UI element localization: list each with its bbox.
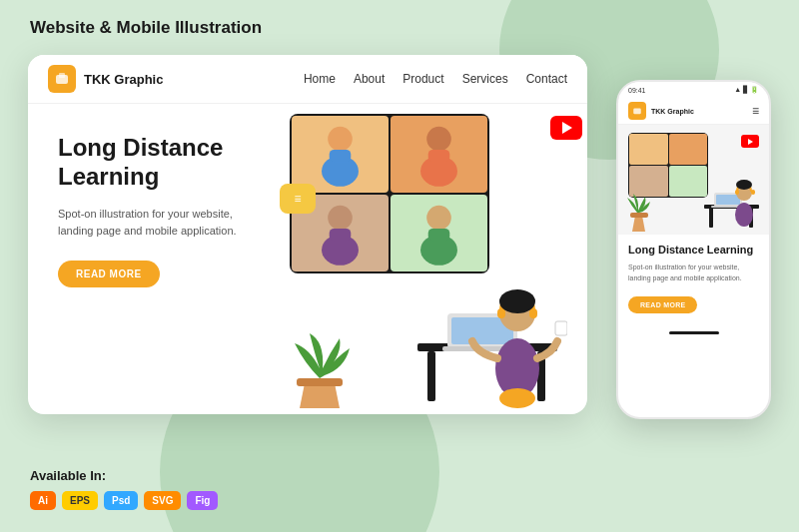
nav-contact[interactable]: Contact <box>526 72 567 86</box>
svg-point-24 <box>499 289 535 313</box>
svg-point-2 <box>328 127 353 152</box>
mobile-content: Long Distance Learning Spot-on illustrat… <box>618 235 769 321</box>
read-more-button[interactable]: READ MORE <box>58 261 160 287</box>
svg-point-39 <box>736 180 752 190</box>
mobile-video-grid <box>628 133 708 198</box>
mobile-mockup: 09:41 ▲ ▊ 🔋 TKK Graphic ≡ <box>616 80 771 419</box>
nav-about[interactable]: About <box>354 72 385 86</box>
svg-rect-23 <box>529 308 537 318</box>
svg-rect-30 <box>709 208 713 228</box>
svg-point-5 <box>426 127 451 152</box>
badge-svg[interactable]: SVG <box>144 491 181 510</box>
mobile-illustration-area <box>618 125 769 235</box>
svg-point-35 <box>735 203 753 227</box>
svg-rect-22 <box>497 308 505 318</box>
svg-rect-7 <box>428 150 450 162</box>
badge-fig[interactable]: Fig <box>187 491 218 510</box>
logo-icon <box>48 65 76 93</box>
svg-rect-40 <box>630 213 648 218</box>
available-section: Available In: Ai EPS Psd SVG Fig <box>30 468 218 510</box>
video-cell-2 <box>391 116 487 193</box>
mobile-status-bar: 09:41 ▲ ▊ 🔋 <box>618 82 769 98</box>
svg-rect-4 <box>330 150 352 162</box>
sitting-person-illustration <box>407 214 567 413</box>
hamburger-icon[interactable]: ≡ <box>752 104 759 118</box>
svg-rect-38 <box>751 190 755 195</box>
svg-rect-15 <box>427 351 435 401</box>
badge-ai[interactable]: Ai <box>30 491 56 510</box>
mobile-play-icon <box>741 135 759 148</box>
mobile-header: TKK Graphic ≡ <box>618 98 769 125</box>
mobile-hero-title: Long Distance Learning <box>628 243 759 257</box>
chat-bubble-icon <box>280 184 316 214</box>
svg-point-25 <box>499 388 535 408</box>
brand-name: TKK Graphic <box>84 72 163 87</box>
svg-rect-26 <box>555 321 567 335</box>
hero-left-section: Long Distance Learning Spot-on illustrat… <box>28 104 280 413</box>
hero-subtitle: Spot-on illustration for your website, l… <box>58 206 260 241</box>
plant-illustration <box>285 313 355 413</box>
hero-right-section <box>280 104 587 413</box>
mobile-hero-subtitle: Spot-on illustration for your website, l… <box>628 263 759 283</box>
svg-point-8 <box>328 206 353 231</box>
play-button-icon <box>550 116 582 140</box>
badge-eps[interactable]: EPS <box>62 491 98 510</box>
badge-psd[interactable]: Psd <box>104 491 138 510</box>
video-cell-1 <box>292 116 389 193</box>
mobile-plant <box>623 190 651 235</box>
available-title: Available In: <box>30 468 218 483</box>
hero-title: Long Distance Learning <box>58 134 260 192</box>
svg-rect-37 <box>735 190 739 195</box>
nav-home[interactable]: Home <box>304 72 336 86</box>
mobile-person-illustration <box>699 155 764 235</box>
nav-services[interactable]: Services <box>462 72 508 86</box>
nav-menu: Home About Product Services Contact <box>304 72 567 86</box>
mobile-read-more-button[interactable]: READ MORE <box>628 296 697 313</box>
format-badges-list: Ai EPS Psd SVG Fig <box>30 491 218 510</box>
svg-rect-10 <box>330 229 352 241</box>
mobile-brand-name: TKK Graphic <box>651 108 694 115</box>
mobile-home-indicator <box>669 331 719 334</box>
mobile-logo-icon <box>628 102 646 120</box>
browser-mockup: TKK Graphic Home About Product Services … <box>28 55 587 414</box>
mobile-video-cell-1 <box>629 134 668 165</box>
mobile-icons: ▲ ▊ 🔋 <box>734 86 759 94</box>
browser-navbar: TKK Graphic Home About Product Services … <box>28 55 587 104</box>
mobile-time: 09:41 <box>628 87 646 94</box>
svg-rect-28 <box>633 109 641 115</box>
svg-rect-27 <box>297 378 343 386</box>
svg-rect-1 <box>59 73 65 78</box>
browser-content: Long Distance Learning Spot-on illustrat… <box>28 104 587 413</box>
nav-product[interactable]: Product <box>402 72 443 86</box>
page-title: Website & Mobile Illustration <box>30 18 262 38</box>
svg-rect-33 <box>716 195 740 205</box>
